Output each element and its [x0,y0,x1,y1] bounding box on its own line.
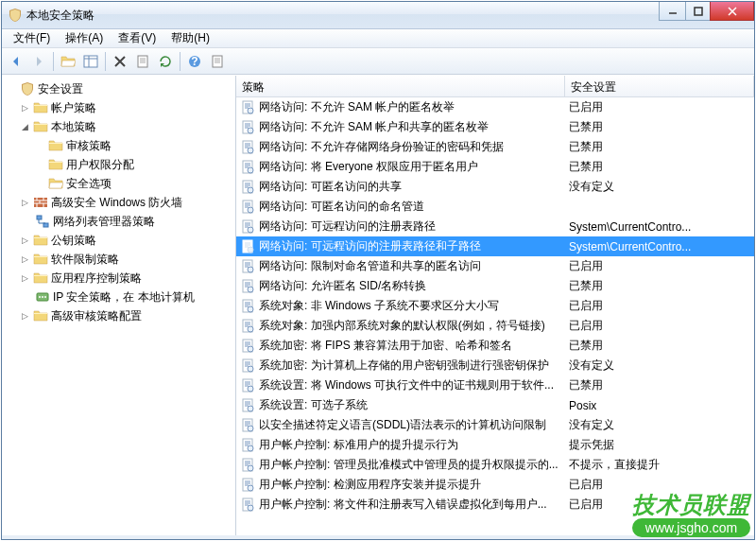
list-row[interactable]: 系统设置: 可选子系统Posix [236,395,754,415]
list-body[interactable]: 网络访问: 不允许 SAM 帐户的匿名枚举已启用网络访问: 不允许 SAM 帐户… [236,97,754,535]
column-security-setting[interactable]: 安全设置 [565,76,754,96]
window: 本地安全策略 文件(F) 操作(A) 查看(V) 帮助(H) 安全设置 ▷帐户策… [1,1,755,540]
expand-icon[interactable]: ▷ [19,197,30,208]
policy-name: 以安全描述符定义语言(SDDL)语法表示的计算机访问限制 [259,417,546,433]
list-row[interactable]: 网络访问: 可远程访问的注册表路径System\CurrentContro... [236,217,754,236]
list-row[interactable]: 网络访问: 限制对命名管道和共享的匿名访问已启用 [236,256,754,276]
policy-icon [240,279,255,294]
collapse-icon[interactable]: ◢ [19,121,30,132]
policy-name: 网络访问: 限制对命名管道和共享的匿名访问 [259,258,481,274]
list-row[interactable]: 用户帐户控制: 将文件和注册表写入错误虚拟化到每用户...已启用 [236,495,754,515]
titlebar[interactable]: 本地安全策略 [2,2,754,29]
expand-icon[interactable]: ▷ [19,272,30,284]
up-button[interactable] [58,51,78,72]
forward-button [28,51,49,72]
list-header: 策略 安全设置 [236,76,754,97]
maximize-button[interactable] [685,2,711,21]
policy-icon [240,259,255,274]
folder-icon [48,138,63,153]
tree-advanced-audit[interactable]: ▷高级审核策略配置 [4,306,233,325]
policy-value: Posix [565,399,754,412]
menu-action[interactable]: 操作(A) [58,28,111,48]
policy-name: 网络访问: 不允许存储网络身份验证的密码和凭据 [259,139,504,155]
list-row[interactable]: 系统加密: 将 FIPS 兼容算法用于加密、哈希和签名已禁用 [236,336,754,356]
list-row[interactable]: 用户帐户控制: 检测应用程序安装并提示提升已启用 [236,475,754,495]
policy-icon [240,319,255,334]
menu-help[interactable]: 帮助(H) [163,28,217,48]
tree-account-policies[interactable]: ▷帐户策略 [4,98,233,117]
policy-name: 用户帐户控制: 管理员批准模式中管理员的提升权限提示的... [259,457,558,473]
policy-value: 没有定义 [565,417,754,433]
folder-icon [48,157,63,172]
tree-local-policies[interactable]: ◢本地策略 [4,117,233,136]
policy-name: 系统对象: 加强内部系统对象的默认权限(例如，符号链接) [259,318,545,334]
ip-icon [35,289,50,305]
expand-icon[interactable]: ▷ [19,310,30,322]
policy-value: 已启用 [565,318,754,334]
policy-value: System\CurrentContro... [565,240,754,253]
list-row[interactable]: 网络访问: 不允许存储网络身份验证的密码和凭据已禁用 [236,137,754,157]
menu-view[interactable]: 查看(V) [111,28,163,48]
list-row[interactable]: 网络访问: 不允许 SAM 帐户和共享的匿名枚举已禁用 [236,117,754,137]
tree-user-rights[interactable]: 用户权限分配 [4,155,233,174]
tree-security-options[interactable]: 安全选项 [4,174,233,193]
tree-software-restrict[interactable]: ▷软件限制策略 [4,250,233,269]
list-panel: 策略 安全设置 网络访问: 不允许 SAM 帐户的匿名枚举已启用网络访问: 不允… [236,76,754,535]
back-button[interactable] [6,51,26,72]
shield-icon [20,81,35,96]
policy-name: 系统加密: 将 FIPS 兼容算法用于加密、哈希和签名 [259,338,512,354]
tree-ip-security[interactable]: IP 安全策略，在 本地计算机 [4,288,233,306]
expand-icon[interactable]: ▷ [19,253,30,265]
tree-panel[interactable]: 安全设置 ▷帐户策略 ◢本地策略 审核策略 用户权限分配 安全选项 ▷高级安全 … [2,76,236,535]
help-button[interactable] [184,51,205,72]
policy-icon [240,200,255,215]
list-row[interactable]: 网络访问: 允许匿名 SID/名称转换已禁用 [236,276,754,296]
tree-root[interactable]: 安全设置 [4,79,233,98]
policy-icon [240,458,255,473]
list-row[interactable]: 网络访问: 将 Everyone 权限应用于匿名用户已禁用 [236,157,754,177]
policy-icon [240,100,255,115]
properties-button[interactable] [132,51,153,72]
list-row[interactable]: 系统设置: 将 Windows 可执行文件中的证书规则用于软件...已禁用 [236,375,754,395]
policy-icon [240,299,255,314]
policy-name: 网络访问: 将 Everyone 权限应用于匿名用户 [259,159,478,175]
policy-name: 用户帐户控制: 标准用户的提升提示行为 [259,437,458,453]
window-title: 本地安全策略 [26,8,94,24]
policy-value: 已禁用 [565,338,754,354]
action-button[interactable] [207,51,228,72]
list-row[interactable]: 网络访问: 不允许 SAM 帐户的匿名枚举已启用 [236,97,754,117]
firewall-icon [33,195,48,210]
list-row[interactable]: 网络访问: 可远程访问的注册表路径和子路径System\CurrentContr… [236,236,754,256]
list-row[interactable]: 以安全描述符定义语言(SDDL)语法表示的计算机访问限制没有定义 [236,415,754,435]
list-row[interactable]: 网络访问: 可匿名访问的共享没有定义 [236,177,754,197]
list-row[interactable]: 系统对象: 非 Windows 子系统不要求区分大小写已启用 [236,296,754,316]
policy-icon [240,497,255,513]
policy-value: 已禁用 [565,159,754,175]
list-row[interactable]: 系统加密: 为计算机上存储的用户密钥强制进行强密钥保护没有定义 [236,356,754,375]
expand-icon[interactable]: ▷ [19,235,30,246]
minimize-button[interactable] [659,2,686,21]
policy-value: 已启用 [565,258,754,274]
list-row[interactable]: 网络访问: 可匿名访问的命名管道 [236,197,754,217]
list-row[interactable]: 系统对象: 加强内部系统对象的默认权限(例如，符号链接)已启用 [236,316,754,336]
statusbar [2,535,754,539]
folder-icon [33,100,48,115]
tree-app-control[interactable]: ▷应用程序控制策略 [4,269,233,288]
policy-icon [240,120,255,135]
show-panes-button[interactable] [80,51,101,72]
close-button[interactable] [710,2,754,21]
policy-name: 网络访问: 不允许 SAM 帐户的匿名枚举 [259,99,455,115]
tree-public-key[interactable]: ▷公钥策略 [4,231,233,250]
list-row[interactable]: 用户帐户控制: 标准用户的提升提示行为提示凭据 [236,435,754,455]
policy-name: 系统对象: 非 Windows 子系统不要求区分大小写 [259,298,499,314]
tree-audit-policy[interactable]: 审核策略 [4,136,233,155]
column-policy[interactable]: 策略 [236,76,565,96]
delete-button[interactable] [110,51,130,72]
expand-icon[interactable]: ▷ [19,102,30,113]
tree-network-list[interactable]: 网络列表管理器策略 [4,212,233,231]
menu-file[interactable]: 文件(F) [6,28,58,48]
tree-firewall[interactable]: ▷高级安全 Windows 防火墙 [4,193,233,212]
export-button[interactable] [155,51,176,72]
toolbar [2,48,754,75]
list-row[interactable]: 用户帐户控制: 管理员批准模式中管理员的提升权限提示的...不提示，直接提升 [236,455,754,475]
